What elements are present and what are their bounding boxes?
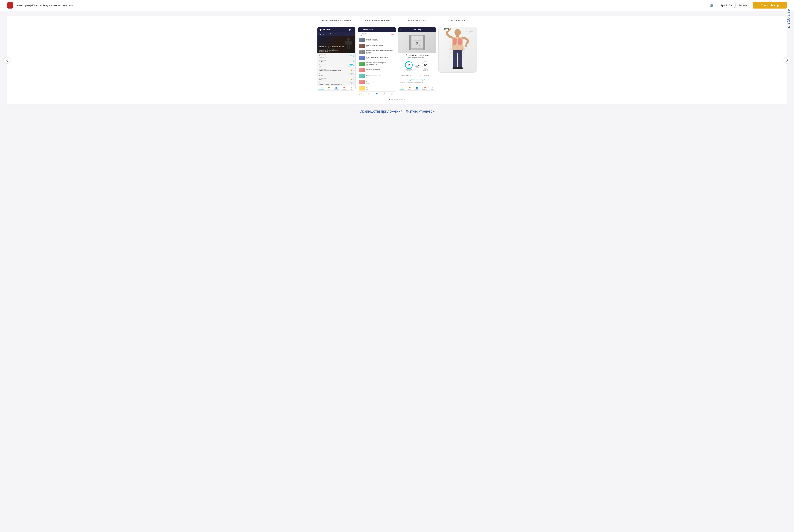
dot-4[interactable] (396, 99, 398, 100)
s2-exercise-9[interactable]: Обратные отжимания от скамьи 3x12 (358, 86, 396, 92)
s2-exercise-8[interactable]: Сгибание рук с гантелями хватом «молот» … (358, 79, 396, 86)
s2-nav-ref[interactable]: 📚 Справочник (381, 92, 388, 95)
s1-badge-7: 🔒 (349, 82, 354, 85)
s2-name-3: Разведение гантелей на горизонтальной ск… (366, 50, 394, 53)
top-nav: Фитнес тренер Fitness Online упражнения … (0, 0, 794, 11)
s2-exercise-2[interactable]: Диагональное скручивание 4x30 (358, 43, 396, 49)
s2-nav-workouts[interactable]: ⚡ Тренировки (358, 92, 366, 95)
svg-point-15 (455, 29, 461, 36)
s3-nav-workouts[interactable]: ⚡ Тренировки (398, 87, 406, 90)
s2-workout-sub: грудь+спинка+пресс (359, 34, 373, 36)
s2-exercise-4[interactable]: Жим в тренажере от груди вперёд 4x12x0кг (358, 55, 396, 61)
s3-comment-link[interactable]: Добавить комментарий (398, 79, 436, 81)
s3-nav-ref[interactable]: 📚 Справочник (421, 87, 429, 90)
s3-rest-label: Отдых (415, 67, 420, 68)
s1-nav-workouts[interactable]: ⚡ Тренировки (317, 87, 325, 90)
carousel-prev-button[interactable]: ❮ (4, 57, 10, 63)
s1-menu-icon: ☰ (352, 29, 354, 31)
s2-exercise-1[interactable]: Беговая дорожка 33 мин, 130 - 140уд. мин (358, 37, 396, 43)
s1-item-7[interactable]: 7 тренировка Грудь. Высокоинтенсивная не… (317, 81, 355, 86)
s2-sub-2: 4x30 (366, 46, 384, 47)
tab-app-profile[interactable]: App Profile (718, 3, 735, 8)
s2-back-btn[interactable]: ← (359, 28, 362, 31)
s1-tab-workouts[interactable]: Тренировки (319, 33, 328, 35)
s1-badge-4: 🔒 (349, 69, 354, 71)
s2-exercise-7[interactable]: Разгибание рук в блоке 3x12x1кг (358, 73, 396, 79)
track-app-button[interactable]: Track this app (753, 2, 787, 8)
svg-rect-8 (411, 35, 423, 36)
svg-rect-5 (349, 45, 350, 49)
s1-item-name-7: Грудь. Высокоинтенсивная неделя (319, 83, 341, 85)
dot-3[interactable] (394, 99, 395, 100)
s2-name-9: Обратные отжимания от скамьи (366, 87, 387, 89)
s1-nav-diet[interactable]: 🥗 Диета (325, 87, 333, 90)
s3-back-btn[interactable]: ← (400, 28, 402, 31)
android-icon (710, 4, 714, 7)
screenshot-carousel: ❮ ЭФФЕКТИВНЫЕ ПРОГРАММЫ ДЛЯ МУЖЧИН И ЖЕН… (7, 16, 787, 104)
s3-reps-circle: 15 (405, 61, 413, 69)
carousel-next-button[interactable]: ❯ (784, 57, 790, 63)
s2-nav-more[interactable]: ••• Ещё (388, 92, 396, 95)
s3-sets-circle: 2/3 (422, 61, 429, 69)
s3-date: пт., 21.06.2019 (398, 84, 436, 86)
s1-tab-diet[interactable]: Диета (329, 33, 334, 35)
tab-reviews[interactable]: Reviews (736, 3, 750, 8)
svg-point-11 (416, 42, 418, 44)
s3-nav-diet[interactable]: 🥗 Диета (406, 87, 413, 90)
s2-nav-diet[interactable]: 🥗 Диета (366, 92, 373, 95)
s3-header-title: 1/6 Грудь (414, 29, 422, 31)
dot-6[interactable] (401, 99, 403, 100)
s2-bottom-nav: ⚡ Тренировки 🥗 Диета 👥 Собрание 📚 Справо… (358, 92, 396, 96)
s2-sub-7: 3x12x1кг (366, 77, 381, 78)
s2-thumb-8 (359, 80, 365, 84)
s1-item-6[interactable]: 6 тренировка Ноги 🔒 (317, 77, 355, 81)
s2-exercise-5[interactable]: Отжимания от пола с широкой постановкой … (358, 61, 396, 67)
s3-nav-community[interactable]: 👥 Собрание (413, 87, 421, 90)
s2-thumb-5 (359, 62, 365, 66)
svg-rect-14 (414, 40, 421, 41)
s1-item-2[interactable]: 2 тренировка Спина 76% (317, 59, 355, 63)
s2-sub-1: 33 мин, 130 - 140уд. мин (366, 40, 378, 41)
s3-sets-label: Подходоввыполнено (422, 69, 429, 71)
s3-nav-more[interactable]: ••• Ещё (428, 87, 436, 90)
svg-rect-6 (409, 35, 411, 50)
s1-tab-nutrition[interactable]: Спорт. питание (336, 33, 347, 35)
s1-hero-sub: 24 тренировки (130 - 140гр. мин) (319, 49, 344, 50)
s1-hero-desc: Тип: мужчинам, для всех, начинающийВыпол… (319, 50, 344, 52)
s2-thumb-6 (359, 68, 365, 72)
screen3-label: ДЛЯ ДОМА И ЗАЛА (398, 19, 436, 21)
svg-point-22 (453, 67, 458, 69)
s4-athlete-figure (444, 27, 472, 72)
carousel-dots (11, 99, 783, 100)
s2-thumb-9 (359, 86, 365, 91)
dot-7[interactable] (404, 99, 405, 100)
svg-rect-20 (453, 58, 457, 68)
s1-nav-ref[interactable]: 📚 Справочник (340, 87, 348, 90)
s3-weight-input[interactable] (400, 74, 421, 77)
s1-item-3[interactable]: 3 тренировка Ноги 78% (317, 63, 355, 68)
dot-2[interactable] (391, 99, 393, 100)
s1-item-5[interactable]: 5 тренировка Спина 🔒 (317, 72, 355, 77)
s1-nav-more[interactable]: ••• Ещё (348, 87, 355, 90)
s3-exercise-name: Сведение рук в тренажере (400, 54, 434, 56)
s2-nav-community[interactable]: 👥 Собрание (373, 92, 381, 95)
dot-5[interactable] (399, 99, 400, 100)
svg-line-13 (417, 44, 420, 46)
s1-clock-icon: 🕐 (349, 29, 351, 31)
dot-1[interactable] (389, 99, 390, 100)
s2-name-7: Разгибание рук в блоке (366, 75, 381, 77)
s2-sub-5: 4x12 (366, 65, 394, 66)
s1-nav-community[interactable]: 👥 Собрание (333, 87, 340, 90)
s1-bottom-nav: ⚡ Тренировки 🥗 Диета 👥 Собрание 📚 Справо… (317, 86, 355, 91)
s2-name-6: Сгибание рук в блоке (366, 69, 380, 71)
screenshot-4: FITNESSONLINEFITNESSONLINEFITNESS FITNES… (439, 27, 477, 73)
s2-exercise-6[interactable]: Сгибание рук в блоке 3x12x15кг (358, 67, 396, 73)
s3-reps-input[interactable] (422, 74, 436, 77)
s3-info-icon[interactable]: ℹ (434, 29, 435, 31)
s2-exercise-3[interactable]: Разведение гантелей на горизонтальной ск… (358, 49, 396, 55)
s1-item-name-1: Грудь (319, 55, 326, 57)
s1-item-1[interactable]: 1 тренировка Грудь 4x12x20кг 74% (317, 53, 355, 59)
s1-item-4[interactable]: 4 тренировка Грудь. Низкоинтенсивная нед… (317, 68, 355, 72)
s1-item-sub-1: 4x12x20кг (319, 57, 326, 58)
s3-reps-val: 15 (408, 64, 410, 66)
